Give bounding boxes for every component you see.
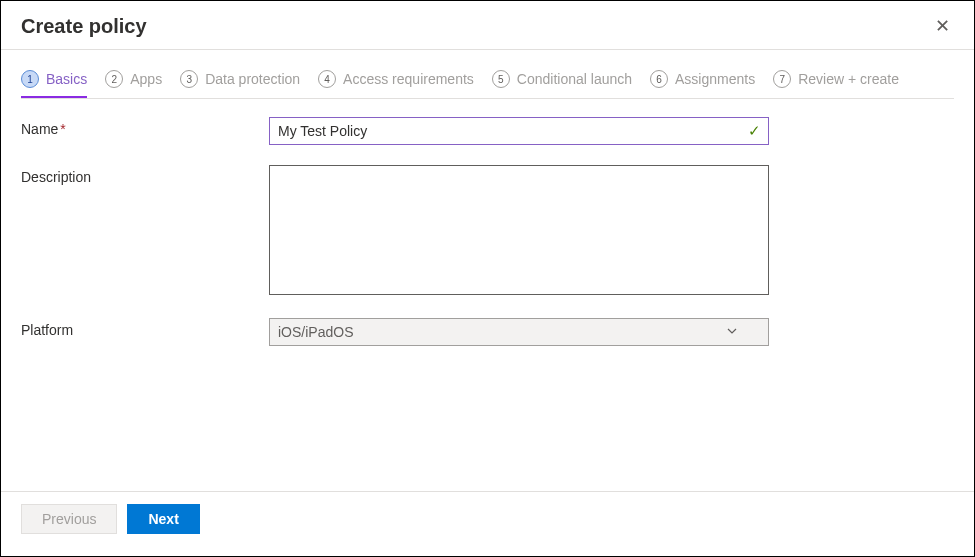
step-number-icon: 1	[21, 70, 39, 88]
dialog-header: Create policy ✕	[1, 1, 974, 49]
step-number-icon: 4	[318, 70, 336, 88]
tab-conditional-launch[interactable]: 5 Conditional launch	[492, 70, 632, 98]
form-area: Name* ✓ Description Platform iOS/iPadOS	[1, 99, 974, 384]
tab-label: Data protection	[205, 71, 300, 87]
close-icon[interactable]: ✕	[931, 13, 954, 39]
platform-control: iOS/iPadOS	[269, 318, 769, 346]
platform-label: Platform	[21, 318, 269, 338]
step-number-icon: 6	[650, 70, 668, 88]
tab-access-requirements[interactable]: 4 Access requirements	[318, 70, 474, 98]
name-label: Name*	[21, 117, 269, 137]
tab-review-create[interactable]: 7 Review + create	[773, 70, 899, 98]
field-row-platform: Platform iOS/iPadOS	[21, 318, 954, 346]
chevron-down-icon	[726, 325, 738, 340]
field-row-description: Description	[21, 165, 954, 298]
name-label-text: Name	[21, 121, 58, 137]
footer: Previous Next	[1, 491, 974, 546]
tab-basics[interactable]: 1 Basics	[21, 70, 87, 98]
tab-label: Review + create	[798, 71, 899, 87]
description-control	[269, 165, 769, 298]
next-button[interactable]: Next	[127, 504, 199, 534]
required-asterisk-icon: *	[60, 121, 65, 137]
description-textarea[interactable]	[269, 165, 769, 295]
tab-apps[interactable]: 2 Apps	[105, 70, 162, 98]
platform-select[interactable]: iOS/iPadOS	[269, 318, 769, 346]
tab-label: Conditional launch	[517, 71, 632, 87]
page-title: Create policy	[21, 15, 147, 38]
step-number-icon: 3	[180, 70, 198, 88]
step-number-icon: 2	[105, 70, 123, 88]
name-input[interactable]	[269, 117, 769, 145]
tab-label: Access requirements	[343, 71, 474, 87]
step-number-icon: 7	[773, 70, 791, 88]
field-row-name: Name* ✓	[21, 117, 954, 145]
tab-label: Assignments	[675, 71, 755, 87]
previous-button[interactable]: Previous	[21, 504, 117, 534]
tab-assignments[interactable]: 6 Assignments	[650, 70, 755, 98]
description-label: Description	[21, 165, 269, 185]
tab-label: Basics	[46, 71, 87, 87]
tab-label: Apps	[130, 71, 162, 87]
tab-data-protection[interactable]: 3 Data protection	[180, 70, 300, 98]
name-input-wrap: ✓	[269, 117, 769, 145]
step-number-icon: 5	[492, 70, 510, 88]
platform-value: iOS/iPadOS	[278, 324, 353, 340]
wizard-tabs: 1 Basics 2 Apps 3 Data protection 4 Acce…	[1, 50, 974, 98]
